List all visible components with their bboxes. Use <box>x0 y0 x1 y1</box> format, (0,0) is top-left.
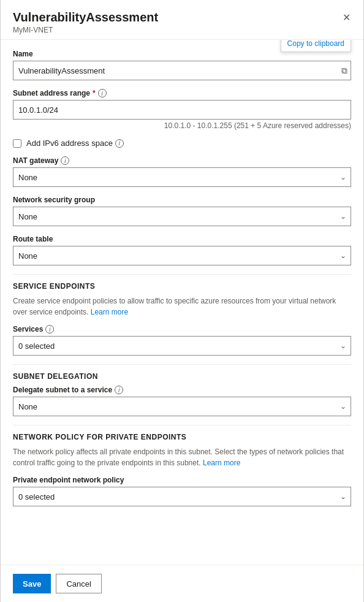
edit-subnet-panel: VulnerabilityAssessment MyMI-VNET ✕ Name… <box>0 0 364 602</box>
panel-body: Name Copy to clipboard ⧉ Subnet address … <box>1 40 363 565</box>
close-icon: ✕ <box>343 12 351 23</box>
services-info-icon[interactable]: i <box>45 325 54 333</box>
nat-gateway-select-wrapper: None ⌄ <box>13 167 351 187</box>
delegate-label: Delegate subnet to a service i <box>13 386 351 394</box>
panel-header: VulnerabilityAssessment MyMI-VNET ✕ <box>1 0 363 40</box>
cancel-button[interactable]: Cancel <box>56 574 101 593</box>
services-field-group: Services i 0 selected ⌄ <box>13 325 351 356</box>
subnet-address-input[interactable] <box>13 100 351 120</box>
copy-icon-button[interactable]: ⧉ <box>340 64 349 77</box>
close-button[interactable]: ✕ <box>338 9 355 26</box>
subnet-address-info-icon[interactable]: i <box>98 89 107 97</box>
nat-gateway-label: NAT gateway i <box>13 156 351 165</box>
subnet-address-field-group: Subnet address range * i 10.0.1.0 - 10.0… <box>13 89 351 130</box>
subnet-address-label: Subnet address range * i <box>13 89 351 97</box>
nsg-select-wrapper: None ⌄ <box>13 207 351 226</box>
save-button[interactable]: Save <box>13 574 51 593</box>
divider-1 <box>13 274 351 275</box>
ipv6-info-icon[interactable]: i <box>115 139 124 148</box>
copy-to-clipboard-tooltip: Copy to clipboard <box>281 40 351 52</box>
delegate-select[interactable]: None <box>13 397 351 416</box>
copy-icon: ⧉ <box>341 66 347 75</box>
panel-title: VulnerabilityAssessment <box>13 10 351 25</box>
panel-footer: Save Cancel <box>1 565 363 602</box>
delegate-info-icon[interactable]: i <box>115 386 123 394</box>
ipv6-checkbox[interactable] <box>13 139 21 148</box>
nsg-label: Network security group <box>13 196 351 204</box>
subnet-delegation-heading: SUBNET DELEGATION <box>13 372 351 381</box>
divider-3 <box>13 425 351 425</box>
service-endpoints-description: Create service endpoint policies to allo… <box>13 295 351 318</box>
service-endpoints-heading: SERVICE ENDPOINTS <box>13 282 351 291</box>
nat-gateway-info-icon[interactable]: i <box>61 156 69 165</box>
name-input-wrapper: Copy to clipboard ⧉ <box>13 61 351 80</box>
nat-gateway-field-group: NAT gateway i None ⌄ <box>13 156 351 187</box>
services-label: Services i <box>13 325 351 333</box>
name-field-group: Name Copy to clipboard ⧉ <box>13 50 351 80</box>
private-endpoint-field-group: Private endpoint network policy 0 select… <box>13 476 351 506</box>
nsg-field-group: Network security group None ⌄ <box>13 196 351 226</box>
route-table-field-group: Route table None ⌄ <box>13 235 351 265</box>
delegate-select-wrapper: None ⌄ <box>13 397 351 416</box>
service-endpoints-learn-more[interactable]: Learn more <box>91 308 128 316</box>
name-input[interactable] <box>13 61 351 80</box>
network-policy-learn-more[interactable]: Learn more <box>203 459 240 467</box>
required-indicator: * <box>93 89 96 97</box>
ipv6-label: Add IPv6 address space i <box>26 139 124 148</box>
ipv6-checkbox-row: Add IPv6 address space i <box>13 139 351 148</box>
private-endpoint-select-wrapper: 0 selected ⌄ <box>13 487 351 506</box>
services-select[interactable]: 0 selected <box>13 336 351 356</box>
nat-gateway-select[interactable]: None <box>13 167 351 187</box>
delegate-field-group: Delegate subnet to a service i None ⌄ <box>13 386 351 416</box>
divider-2 <box>13 364 351 365</box>
private-endpoint-label: Private endpoint network policy <box>13 476 351 484</box>
services-select-wrapper: 0 selected ⌄ <box>13 336 351 356</box>
nsg-select[interactable]: None <box>13 207 351 226</box>
address-hint: 10.0.1.0 - 10.0.1.255 (251 + 5 Azure res… <box>13 121 351 130</box>
route-table-select-wrapper: None ⌄ <box>13 246 351 265</box>
network-policy-description: The network policy affects all private e… <box>13 446 351 468</box>
clipboard-label: Copy to clipboard <box>287 40 344 48</box>
route-table-select[interactable]: None <box>13 246 351 265</box>
panel-subtitle: MyMI-VNET <box>13 26 351 34</box>
route-table-label: Route table <box>13 235 351 243</box>
private-endpoint-select[interactable]: 0 selected <box>13 487 351 506</box>
network-policy-heading: NETWORK POLICY FOR PRIVATE ENDPOINTS <box>13 433 351 441</box>
